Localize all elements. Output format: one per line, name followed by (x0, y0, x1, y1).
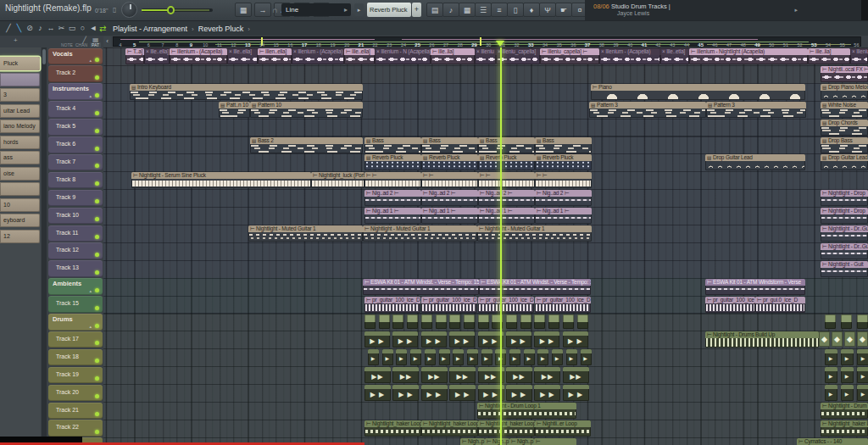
clip[interactable]: ▶ (425, 349, 436, 365)
track-enable-led[interactable] (95, 75, 99, 80)
track-enable-led[interactable] (95, 199, 99, 203)
clip[interactable]: ▶ (841, 367, 854, 383)
master-slider[interactable] (142, 8, 213, 12)
clip[interactable]: ▶ (467, 349, 478, 365)
clip[interactable]: ⊢ Nightlight_haker Loop (478, 420, 535, 437)
track-enable-led[interactable] (95, 129, 99, 133)
track-enable-led[interactable] (95, 58, 99, 62)
drum-fill-clip[interactable]: ◆ (832, 331, 843, 347)
track-header-track-17[interactable]: Track 17 (48, 331, 103, 348)
clip[interactable] (534, 314, 545, 329)
clip[interactable]: ⊢ Nightlight_haker Loop (421, 420, 478, 437)
track-enable-led[interactable] (95, 359, 99, 363)
playlist-button[interactable]: ▤ (426, 3, 443, 17)
clip[interactable]: ▶ (825, 367, 837, 383)
picker-item[interactable]: ass (0, 151, 40, 164)
track-header-ambients[interactable]: Ambients▴ (48, 278, 103, 295)
clip[interactable]: ⊢ Nightlight - Guit (821, 261, 868, 277)
clip[interactable]: ⊢ Nig..ad 1 ⊢ (364, 208, 421, 224)
clip[interactable]: ⊢ Nig..ad 2 ⊢ (421, 190, 478, 206)
clip[interactable]: ▤Bass (478, 137, 535, 153)
clip[interactable]: ⊢ pr_guitar_100_ice_D (705, 297, 755, 313)
clip[interactable]: ⊢ ESWA Kit 01 - ATM Windst. - Verse - Te… (363, 279, 479, 295)
track-header-track-4[interactable]: Track 4 (48, 101, 103, 118)
clip[interactable]: ▤Pattern 3 (589, 102, 706, 118)
clip[interactable]: ⊢ Nightlight - Drum Loop 1 (477, 403, 576, 419)
clip[interactable]: ▶ ▶ (506, 331, 531, 348)
clip[interactable]: ▤Pattern 10 (250, 102, 363, 118)
clip[interactable]: ⊢ Illenium - (Acapella) (170, 48, 227, 64)
clip[interactable] (464, 314, 475, 329)
clip[interactable] (449, 314, 460, 329)
collapse-icon[interactable]: ▴ (89, 93, 92, 98)
clip[interactable]: ⊢ Nightlight_haker Loop (364, 420, 421, 437)
clip[interactable]: ⊢ Nigh..p 2 (509, 438, 534, 445)
clip[interactable]: ⊢ Nightlight - Serum Sine Pluck (131, 172, 311, 188)
clip[interactable]: ▶ ▶ (506, 385, 532, 401)
clip[interactable] (506, 314, 517, 329)
track-enable-led[interactable] (95, 164, 99, 168)
clip[interactable]: ▶ ▶ (421, 385, 448, 401)
clip[interactable]: ▶ (841, 385, 854, 401)
clip[interactable] (520, 314, 531, 329)
timeline-ruler[interactable]: 4567891011121314151617181920212223242526… (103, 41, 868, 47)
track-enable-led[interactable] (95, 324, 99, 328)
clip[interactable]: ▶ (509, 349, 520, 365)
track-header-track-18[interactable]: Track 18 (48, 349, 103, 366)
clip[interactable]: ⊢ Nightlight_luck (Porta) ⊢ (311, 172, 364, 188)
playlist-grid[interactable]: ⊢ T..a]× Ille..ella]⊢ Illenium - (Acapel… (103, 47, 868, 445)
track-header-vocals[interactable]: Vocals▴ (48, 48, 103, 65)
clip[interactable] (825, 314, 836, 329)
clip[interactable]: ⊢ Nightli..ocal FX ⊢ (821, 66, 868, 82)
clip[interactable]: ▶ (581, 349, 592, 365)
mic-button[interactable]: Ψ (539, 3, 556, 17)
track-header-track-9[interactable]: Track 9 (48, 190, 103, 207)
clip[interactable]: ▶ (524, 349, 535, 365)
clip[interactable]: ⊢ pr_gui.0_ice_D (755, 297, 805, 313)
clip[interactable]: ▶ ▶ (449, 331, 475, 348)
clip[interactable]: ⊢ Nig..ad 1 ⊢ (535, 208, 592, 224)
picker-item[interactable]: uitar Lead (0, 104, 40, 118)
channel-rack-button[interactable]: ▦ (459, 3, 476, 17)
track-header-track-22[interactable]: Track 22 (48, 420, 103, 437)
track-enable-led[interactable] (95, 306, 99, 310)
clip[interactable]: ▶ (537, 349, 548, 365)
picker-item[interactable]: 12 (0, 230, 40, 243)
collapse-icon[interactable]: ▴ (89, 324, 92, 329)
clip[interactable]: ▤Bass (364, 137, 421, 153)
picker-item[interactable]: eyboard (0, 214, 40, 227)
clip[interactable] (407, 314, 418, 329)
picker-item[interactable]: iano Melody (0, 120, 40, 133)
clip[interactable]: ⊢ Nightlight - Dr..Gu (821, 225, 868, 242)
clip[interactable]: ⊢ Nig..ad 2 ⊢ (364, 190, 421, 206)
clip[interactable]: ▶ (857, 367, 868, 383)
track-header-track-6[interactable]: Track 6 (48, 136, 103, 153)
clip[interactable]: ▤Reverb Pluck (478, 154, 535, 170)
clip[interactable]: ⊢ Cymatics - - 140 (797, 438, 868, 445)
track-header-track-10[interactable]: Track 10 (48, 208, 103, 225)
clip[interactable]: ▶▶ (563, 367, 589, 383)
picker-item[interactable] (0, 182, 40, 196)
clip[interactable]: ⊢ Nig..ad 2 ⊢ (478, 190, 535, 206)
clip[interactable]: ⊢ Nightlight - Drums Build Up (705, 331, 819, 348)
clip[interactable]: ▶▶ (506, 367, 532, 383)
clip[interactable] (379, 314, 390, 329)
track-header-track-11[interactable]: Track 11 (48, 225, 103, 242)
clip[interactable]: ▶ (552, 349, 563, 365)
clip[interactable]: ▶ ▶ (534, 331, 559, 348)
clip[interactable] (478, 314, 489, 329)
clip[interactable]: ▶ (857, 349, 868, 365)
clip[interactable]: ⊢ Piano (591, 84, 805, 100)
clip[interactable]: ⊢ Nightlight_haker L (821, 420, 868, 437)
clip[interactable]: ⊢ Ille..ella] (344, 48, 375, 64)
clip[interactable] (364, 314, 376, 329)
clip[interactable]: ▶ ▶ (449, 385, 476, 401)
clip[interactable] (563, 314, 574, 329)
breadcrumb-arrangement[interactable]: Playlist - Arrangement (113, 25, 187, 33)
clip[interactable]: ▶ ▶ (364, 331, 390, 348)
clip[interactable]: ▤Bass (535, 137, 592, 153)
zoom-tool-icon[interactable]: ○ (78, 23, 88, 34)
scrollbar-thumb[interactable] (42, 49, 46, 64)
breadcrumb-pattern[interactable]: Reverb Pluck (198, 25, 244, 33)
hint-panel[interactable]: 08/06 Studio Drum Tracks | Jayce Lewis ▸ (585, 0, 861, 20)
